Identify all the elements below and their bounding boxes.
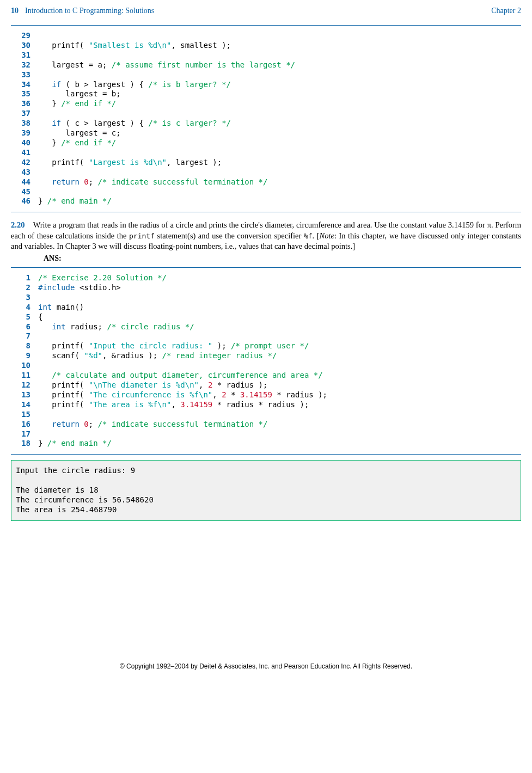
- code-line: 15: [11, 410, 521, 420]
- code-content: } /* end if */: [38, 99, 116, 109]
- code-line: 16 return 0; /* indicate successful term…: [11, 420, 521, 430]
- exercise-text: 2.20 Write a program that reads in the r…: [11, 220, 521, 252]
- code-line: 29: [11, 31, 521, 41]
- line-number: 43: [11, 168, 38, 177]
- line-number: 31: [11, 51, 38, 60]
- code-line: 12 printf( "\nThe diameter is %d\n", 2 *…: [11, 381, 521, 390]
- code-line: 9 scanf( "%d", &radius ); /* read intege…: [11, 351, 521, 361]
- code-line: 17: [11, 430, 521, 439]
- copyright-footer: © Copyright 1992–2004 by Deitel & Associ…: [11, 662, 521, 670]
- line-number: 2: [11, 283, 38, 293]
- code-content: if ( c > largest ) { /* is c larger? */: [38, 119, 231, 128]
- line-number: 38: [11, 119, 38, 128]
- code-line: 41: [11, 148, 521, 158]
- line-number: 29: [11, 31, 38, 41]
- line-number: 3: [11, 293, 38, 303]
- line-number: 9: [11, 351, 38, 361]
- line-number: 41: [11, 148, 38, 158]
- code-line: 43: [11, 168, 521, 177]
- code-line: 46} /* end main */: [11, 197, 521, 206]
- line-number: 46: [11, 197, 38, 206]
- code-content: printf( "The area is %f\n", 3.14159 * ra…: [38, 400, 309, 410]
- code-content: largest = b;: [38, 89, 121, 99]
- code-line: 8 printf( "Input the circle radius: " );…: [11, 341, 521, 351]
- rule-bottom-2: [11, 454, 521, 455]
- code-line: 37: [11, 109, 521, 119]
- code-line: 5{: [11, 312, 521, 322]
- code-line: 31: [11, 51, 521, 60]
- code-line: 34 if ( b > largest ) { /* is b larger? …: [11, 80, 521, 90]
- line-number: 5: [11, 312, 38, 322]
- code-line: 18} /* end main */: [11, 439, 521, 449]
- code-content: /* calculate and output diameter, circum…: [38, 371, 323, 381]
- code-line: 42 printf( "Largest is %d\n", largest );: [11, 158, 521, 168]
- chapter-title: Introduction to C Programming: Solutions: [25, 7, 154, 15]
- exercise-number: 2.20: [11, 220, 25, 229]
- answer-label: ANS:: [44, 254, 521, 263]
- code-line: 13 printf( "The circumference is %f\n", …: [11, 390, 521, 400]
- code-line: 30 printf( "Smallest is %d\n", smallest …: [11, 41, 521, 51]
- prose-part-2: statement(s) and use the conversion spec…: [155, 231, 304, 240]
- code-content: } /* end main */: [38, 197, 112, 206]
- line-number: 37: [11, 109, 38, 119]
- code-line: 1/* Exercise 2.20 Solution */: [11, 273, 521, 283]
- line-number: 40: [11, 138, 38, 148]
- rule-bottom-1: [11, 212, 521, 212]
- line-number: 36: [11, 99, 38, 109]
- prose-mono-1: printf: [129, 232, 155, 240]
- code-line: 10: [11, 361, 521, 371]
- code-content: scanf( "%d", &radius ); /* read integer …: [38, 351, 277, 361]
- prose-part-4: . [: [313, 231, 320, 240]
- code-line: 45: [11, 187, 521, 197]
- chapter-label: Chapter 2: [491, 7, 521, 15]
- rule-top-2: [11, 267, 521, 268]
- code-block-1: 2930 printf( "Smallest is %d\n", smalles…: [11, 30, 521, 207]
- code-content: int radius; /* circle radius */: [38, 322, 194, 332]
- line-number: 42: [11, 158, 38, 168]
- code-line: 6 int radius; /* circle radius */: [11, 322, 521, 332]
- line-number: 18: [11, 439, 38, 449]
- code-line: 36 } /* end if */: [11, 99, 521, 109]
- line-number: 32: [11, 60, 38, 70]
- line-number: 33: [11, 70, 38, 80]
- code-content: printf( "Largest is %d\n", largest );: [38, 158, 222, 168]
- code-content: if ( b > largest ) { /* is b larger? */: [38, 80, 231, 90]
- code-content: return 0; /* indicate successful termina…: [38, 177, 267, 187]
- code-line: 11 /* calculate and output diameter, cir…: [11, 371, 521, 381]
- code-content: largest = c;: [38, 128, 121, 138]
- line-number: 15: [11, 410, 38, 420]
- line-number: 45: [11, 187, 38, 197]
- line-number: 39: [11, 128, 38, 138]
- line-number: 11: [11, 371, 38, 381]
- prose-italic-5: Note: [319, 231, 334, 240]
- line-number: 7: [11, 332, 38, 341]
- code-content: int main(): [38, 303, 84, 312]
- line-number: 34: [11, 80, 38, 90]
- line-number: 44: [11, 177, 38, 187]
- page-header: 10 Introduction to C Programming: Soluti…: [11, 7, 521, 15]
- code-line: 39 largest = c;: [11, 128, 521, 138]
- line-number: 10: [11, 361, 38, 371]
- code-content: } /* end main */: [38, 439, 112, 449]
- code-line: 44 return 0; /* indicate successful term…: [11, 177, 521, 187]
- code-content: #include <stdio.h>: [38, 283, 121, 293]
- code-content: printf( "Smallest is %d\n", smallest );: [38, 41, 231, 51]
- code-content: printf( "Input the circle radius: " ); /…: [38, 341, 309, 351]
- code-line: 3: [11, 293, 521, 303]
- code-content: /* Exercise 2.20 Solution */: [38, 273, 167, 283]
- code-line: 40 } /* end if */: [11, 138, 521, 148]
- line-number: 16: [11, 420, 38, 430]
- line-number: 6: [11, 322, 38, 332]
- line-number: 4: [11, 303, 38, 312]
- code-content: printf( "\nThe diameter is %d\n", 2 * ra…: [38, 381, 267, 390]
- code-content: {: [38, 312, 47, 322]
- line-number: 13: [11, 390, 38, 400]
- code-line: 4int main(): [11, 303, 521, 312]
- code-line: 33: [11, 70, 521, 80]
- code-content: largest = a; /* assume first number is t…: [38, 60, 295, 70]
- code-block-2: 1/* Exercise 2.20 Solution */2#include <…: [11, 272, 521, 450]
- code-line: 35 largest = b;: [11, 89, 521, 99]
- line-number: 35: [11, 89, 38, 99]
- line-number: 30: [11, 41, 38, 51]
- code-line: 14 printf( "The area is %f\n", 3.14159 *…: [11, 400, 521, 410]
